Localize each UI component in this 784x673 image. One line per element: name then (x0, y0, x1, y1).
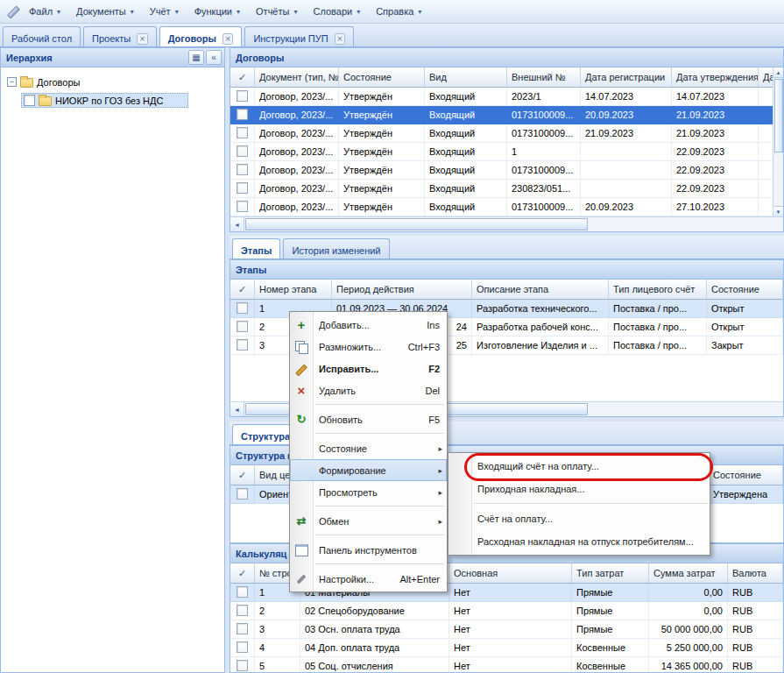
vertical-scrollbar[interactable]: ▲ ▼ (773, 67, 783, 216)
row-checkbox[interactable] (237, 164, 248, 175)
collapse-node-icon[interactable]: − (7, 77, 17, 87)
row-checkbox[interactable] (237, 127, 248, 138)
tree-node-child[interactable]: НИОКР по ГОЗ без НДС (1, 91, 224, 110)
column-header-approve-date[interactable]: Дата утверждения (672, 67, 759, 88)
row-checkbox[interactable] (237, 605, 248, 616)
context-menu-item[interactable]: Просмотреть ▸ (290, 481, 447, 503)
cell-reg-date: 14.07.2023 (581, 88, 672, 106)
scroll-left-button[interactable]: ◄ (230, 217, 244, 231)
context-menu-item[interactable]: Обновить F5 (290, 408, 447, 430)
calculation-row[interactable]: 4 04 Доп. оплата труда Нет Косвенные 5 2… (230, 639, 783, 657)
tab-close-icon[interactable]: × (222, 33, 233, 45)
tab-close-icon[interactable]: × (137, 33, 147, 45)
column-header-main[interactable]: Основная (449, 563, 572, 584)
column-header-stage-number[interactable]: Номер этапа (255, 280, 332, 300)
row-checkbox[interactable] (237, 182, 248, 194)
submenu-item[interactable]: Счёт на оплату... (449, 507, 710, 530)
tree-node-root[interactable]: − Договоры (1, 73, 224, 91)
scrollbar-thumb[interactable] (245, 218, 588, 230)
context-menu-item[interactable]: Состояние ▸ (290, 437, 447, 459)
column-header-external[interactable]: Внешний № (507, 67, 581, 88)
select-all-header[interactable]: ✓ (230, 280, 255, 300)
context-menu-item[interactable]: Удалить Del (290, 379, 447, 401)
horizontal-scrollbar[interactable]: ◄ ► (230, 216, 783, 231)
menubar-item[interactable]: Документы ▾ (68, 3, 142, 20)
contracts-header-row: ✓ Документ (тип, № Состояние Вид Внешний… (230, 67, 783, 88)
main-tab[interactable]: Рабочий стол (3, 26, 81, 46)
row-checkbox-cell (230, 198, 255, 216)
column-header-currency[interactable]: Валюта (728, 563, 783, 584)
contract-row[interactable]: Договор, 2023/... Утверждён Входящий 1 2… (230, 143, 783, 161)
column-header-period[interactable]: Период действия (332, 280, 472, 300)
row-checkbox[interactable] (237, 201, 248, 212)
scrollbar-thumb[interactable] (774, 79, 783, 152)
submenu-item[interactable]: Входящий счёт на оплату... (449, 455, 710, 478)
scroll-down-button[interactable]: ▼ (773, 206, 783, 216)
contract-row[interactable]: Договор, 2023/... Утверждён Входящий 017… (230, 161, 783, 180)
column-header-state[interactable]: Состояние (709, 465, 783, 485)
row-checkbox[interactable] (237, 488, 248, 499)
menubar-item[interactable]: Функции ▾ (187, 3, 248, 20)
tab-close-icon[interactable]: × (335, 33, 345, 45)
row-checkbox[interactable] (237, 302, 248, 314)
menubar-item[interactable]: Справка ▾ (368, 3, 429, 20)
scroll-up-button[interactable]: ▲ (773, 67, 783, 78)
main-tab[interactable]: Договоры × (159, 26, 243, 46)
context-menu-item[interactable]: Исправить... F2 (290, 358, 447, 379)
scroll-left-button[interactable]: ◄ (230, 402, 244, 416)
menubar-item[interactable]: Словари ▾ (305, 3, 368, 20)
column-header-description[interactable]: Описание этапа (472, 280, 609, 300)
column-header-account-type[interactable]: Тип лицевого счёт (609, 280, 707, 300)
row-checkbox[interactable] (237, 145, 248, 157)
context-menu-item[interactable]: Панель инструментов (290, 539, 447, 561)
context-menu-item[interactable]: Добавить... Ins (290, 314, 447, 336)
contract-row[interactable]: Договор, 2023/... Утверждён Входящий 202… (230, 88, 783, 106)
menubar-item[interactable]: Отчёты ▾ (248, 3, 305, 20)
contract-row[interactable]: Договор, 2023/... Утверждён Входящий 017… (230, 198, 783, 216)
contract-row[interactable]: Договор, 2023/... Утверждён Входящий 230… (230, 180, 783, 198)
view-options-button[interactable]: ▦ (188, 50, 204, 65)
column-header-state[interactable]: Состояние (707, 280, 783, 300)
calculation-row[interactable]: 5 05 Соц. отчисления Нет Косвенные 14 36… (230, 657, 783, 673)
row-checkbox[interactable] (237, 321, 248, 332)
main-tab[interactable]: Проекты × (83, 26, 157, 46)
context-menu-item[interactable]: Формирование ▸ (290, 459, 447, 481)
row-checkbox[interactable] (237, 623, 248, 634)
node-checkbox[interactable] (24, 95, 35, 106)
row-checkbox[interactable] (237, 90, 248, 102)
context-menu-item[interactable]: Обмен ▸ (290, 510, 447, 532)
row-checkbox[interactable] (237, 641, 248, 653)
column-header-document[interactable]: Документ (тип, № (255, 67, 339, 88)
cell-external: 230823/051... (507, 180, 581, 198)
row-checkbox[interactable] (237, 586, 248, 598)
selected-tree-item[interactable]: НИОКР по ГОЗ без НДС (21, 93, 188, 108)
collapse-panel-button[interactable]: « (206, 50, 222, 65)
submenu-item[interactable]: Расходная накладная на отпуск потребител… (449, 530, 710, 553)
row-checkbox[interactable] (237, 109, 248, 120)
select-all-header[interactable]: ✓ (230, 465, 255, 485)
select-all-header[interactable]: ✓ (230, 67, 255, 88)
calculation-row[interactable]: 2 02 Спецоборудование Нет Прямые 0,00 RU… (230, 602, 783, 620)
column-header-cost-type[interactable]: Тип затрат (572, 563, 649, 584)
stages-tab[interactable]: История изменений (283, 238, 389, 259)
menubar-item[interactable]: Файл ▾ (21, 3, 68, 20)
cell-currency: RUB (728, 639, 783, 657)
column-header-kind[interactable]: Вид (425, 67, 507, 88)
contract-row[interactable]: Договор, 2023/... Утверждён Входящий 017… (230, 124, 783, 143)
calculation-row[interactable]: 3 03 Осн. оплата труда Нет Прямые 50 000… (230, 620, 783, 639)
column-header-amount[interactable]: Сумма затрат (649, 563, 728, 584)
submenu-item[interactable]: Приходная накладная... (449, 478, 710, 500)
row-checkbox-cell (230, 639, 255, 657)
row-checkbox[interactable] (237, 660, 248, 671)
stages-tab[interactable]: Этапы (232, 238, 280, 259)
contract-row[interactable]: Договор, 2023/... Утверждён Входящий 017… (230, 106, 783, 124)
row-checkbox[interactable] (237, 339, 248, 351)
select-all-header[interactable]: ✓ (230, 563, 255, 584)
menubar-item[interactable]: Учёт ▾ (142, 3, 187, 20)
context-menu-item[interactable]: Размножить... Ctrl+F3 (290, 336, 447, 358)
main-tab[interactable]: Инструкции ПУП × (244, 26, 354, 46)
column-header-state[interactable]: Состояние (339, 67, 425, 88)
cell-reg-date: 20.09.2023 (581, 106, 672, 124)
column-header-reg-date[interactable]: Дата регистрации (581, 67, 672, 88)
context-menu-item[interactable]: Настройки... Alt+Enter (290, 568, 447, 590)
